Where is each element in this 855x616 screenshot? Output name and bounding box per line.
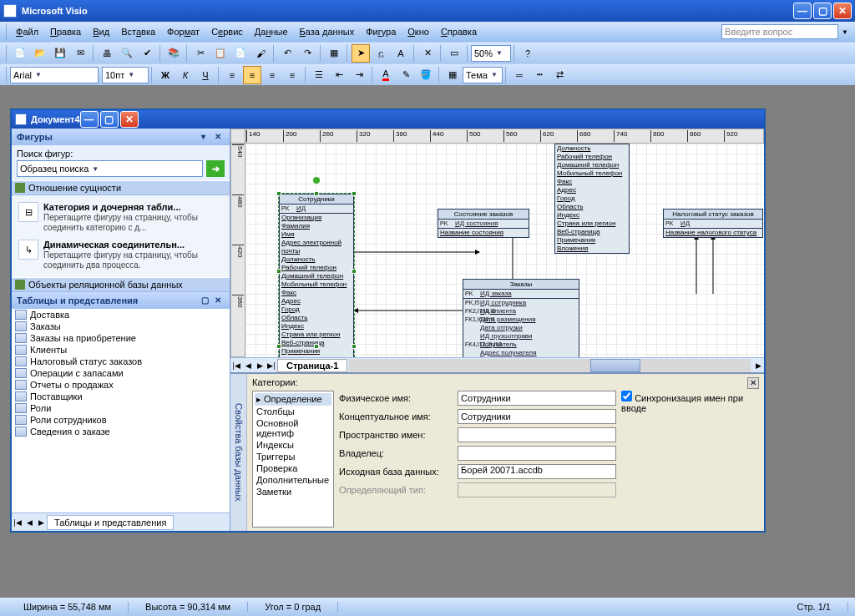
research-button[interactable]: 📚 xyxy=(164,44,183,63)
line-pattern-button[interactable]: ┅ xyxy=(530,66,549,84)
font-color-button[interactable]: A xyxy=(377,66,395,84)
page-last[interactable]: ▶| xyxy=(266,361,277,370)
save-button[interactable]: 💾 xyxy=(51,44,69,63)
justify-button[interactable]: ≡ xyxy=(283,66,301,84)
minimize-button[interactable]: — xyxy=(793,3,812,19)
table-item[interactable]: Операции с запасами xyxy=(12,367,230,379)
italic-button[interactable]: К xyxy=(176,66,195,84)
entity-shape[interactable]: Налоговый статус заказовPKИДНазвание нал… xyxy=(663,209,763,238)
tab-tables[interactable]: Таблицы и представления xyxy=(47,515,174,530)
menu-insert[interactable]: Вставка xyxy=(115,24,161,39)
font-combo[interactable]: Arial▼ xyxy=(10,67,99,83)
menu-view[interactable]: Вид xyxy=(87,24,115,39)
category-list[interactable]: ▸ ОпределениеСтолбцыОсновной идентифИнде… xyxy=(252,391,334,528)
preview-button[interactable]: 🔍 xyxy=(118,44,136,63)
stencil-relational-db[interactable]: Объекты реляционной базы данных xyxy=(12,277,230,292)
table-item[interactable]: Заказы xyxy=(12,321,230,332)
align-right-button[interactable]: ≡ xyxy=(263,66,281,84)
phys-name-input[interactable] xyxy=(458,391,616,406)
shape-search-input[interactable]: Образец поиска▼ xyxy=(17,160,203,177)
shadow-button[interactable]: ▦ xyxy=(443,66,462,84)
tables-close-icon[interactable]: ✕ xyxy=(215,295,225,305)
tab-first[interactable]: |◀ xyxy=(12,518,23,527)
menu-format[interactable]: Формат xyxy=(161,24,205,39)
redo-button[interactable]: ↷ xyxy=(298,44,316,63)
page-prev[interactable]: ◀ xyxy=(242,361,254,370)
pointer-tool[interactable]: ➤ xyxy=(352,44,370,63)
connection-point-tool[interactable]: ✕ xyxy=(418,44,437,63)
theme-combo[interactable]: Тема▼ xyxy=(463,67,503,83)
table-item[interactable]: Заказы на приобретение xyxy=(12,332,230,344)
decrease-indent-button[interactable]: ⇤ xyxy=(330,66,348,84)
bold-button[interactable]: Ж xyxy=(156,66,175,84)
panel-menu-icon[interactable]: ▾ xyxy=(201,132,211,142)
tab-next[interactable]: ▶ xyxy=(35,518,47,527)
entity-shape[interactable]: Состояние заказовPKИД состоянияНазвание … xyxy=(438,209,529,238)
drawing-canvas[interactable]: СотрудникиPKИДОрганизацияФамилияИмяАдрес… xyxy=(245,144,764,357)
table-item[interactable]: Доставка xyxy=(12,309,230,321)
menu-file[interactable]: Файл xyxy=(10,24,44,39)
align-center-button[interactable]: ≡ xyxy=(243,66,261,84)
menu-window[interactable]: Окно xyxy=(402,24,435,39)
help-button[interactable]: ? xyxy=(519,44,537,63)
shape-category-child[interactable]: ⊟ Категория и дочерняя табли...Перетащит… xyxy=(15,199,226,236)
conc-name-input[interactable] xyxy=(458,409,616,424)
align-left-button[interactable]: ≡ xyxy=(223,66,241,84)
open-button[interactable]: 📂 xyxy=(31,44,49,63)
page-tab-1[interactable]: Страница-1 xyxy=(277,359,347,372)
shape-dynamic-connector[interactable]: ↳ Динамическая соединительн...Перетащите… xyxy=(15,236,226,274)
fontsize-combo[interactable]: 10пт▼ xyxy=(102,67,149,83)
table-item[interactable]: Роли сотрудников xyxy=(12,414,230,426)
new-button[interactable]: 📄 xyxy=(11,44,29,63)
connector-tool[interactable]: ⎌ xyxy=(372,44,390,63)
zoom-combo[interactable]: 50%▼ xyxy=(471,45,511,62)
bullets-button[interactable]: ☰ xyxy=(310,66,328,84)
shapes-window-button[interactable]: ▦ xyxy=(325,44,343,63)
close-button[interactable]: ✕ xyxy=(833,3,852,19)
owner-input[interactable] xyxy=(458,446,616,461)
menu-shape[interactable]: Фигура xyxy=(360,24,402,39)
entity-shape[interactable]: ДолжностьРабочий телефонДомашний телефон… xyxy=(554,144,630,254)
page-first[interactable]: |◀ xyxy=(230,361,242,370)
menu-data[interactable]: Данные xyxy=(249,24,294,39)
table-item[interactable]: Налоговый статус заказов xyxy=(12,356,230,367)
menu-help[interactable]: Справка xyxy=(435,24,483,39)
menu-database[interactable]: База данных xyxy=(294,24,361,39)
db-panel-close[interactable]: ✕ xyxy=(747,377,759,389)
menu-edit[interactable]: Правка xyxy=(44,24,87,39)
paste-button[interactable]: 📄 xyxy=(231,44,250,63)
tables-menu-icon[interactable]: ▢ xyxy=(201,295,211,305)
page-next[interactable]: ▶ xyxy=(254,361,266,370)
drawing-tool[interactable]: ▭ xyxy=(445,44,463,63)
help-search-input[interactable] xyxy=(721,24,838,39)
entity-shape[interactable]: СотрудникиPKИДОрганизацияФамилияИмяАдрес… xyxy=(279,194,354,357)
doc-close-button[interactable]: ✕ xyxy=(120,111,139,128)
doc-minimize-button[interactable]: — xyxy=(80,111,99,128)
sync-checkbox[interactable]: Синхронизация имен при вводе xyxy=(621,393,743,413)
scroll-right[interactable]: ▶ xyxy=(752,361,764,370)
panel-close-icon[interactable]: ✕ xyxy=(215,132,225,142)
stencil-entity-rel[interactable]: Отношение сущности xyxy=(12,180,230,195)
increase-indent-button[interactable]: ⇥ xyxy=(350,66,368,84)
maximize-button[interactable]: ▢ xyxy=(813,3,832,19)
h-scrollbar[interactable] xyxy=(349,359,751,372)
ns-input[interactable] xyxy=(458,427,616,442)
underline-button[interactable]: Ч xyxy=(196,66,215,84)
print-button[interactable]: 🖶 xyxy=(98,44,116,63)
format-painter-button[interactable]: 🖌 xyxy=(251,44,270,63)
search-go-button[interactable]: ➔ xyxy=(206,160,225,177)
line-color-button[interactable]: ✎ xyxy=(397,66,415,84)
table-item[interactable]: Роли xyxy=(12,402,230,414)
table-item[interactable]: Поставщики xyxy=(12,391,230,402)
menu-tools[interactable]: Сервис xyxy=(205,24,249,39)
tab-prev[interactable]: ◀ xyxy=(23,518,35,527)
mail-button[interactable]: ✉ xyxy=(71,44,89,63)
table-item[interactable]: Сведения о заказе xyxy=(12,426,230,437)
db-side-tab[interactable]: Свойства базы данных xyxy=(230,374,247,531)
text-tool[interactable]: A xyxy=(392,44,410,63)
table-item[interactable]: Клиенты xyxy=(12,344,230,356)
spellcheck-button[interactable]: ✔ xyxy=(138,44,156,63)
doc-maximize-button[interactable]: ▢ xyxy=(100,111,119,128)
cut-button[interactable]: ✂ xyxy=(191,44,210,63)
line-weight-button[interactable]: ═ xyxy=(510,66,529,84)
